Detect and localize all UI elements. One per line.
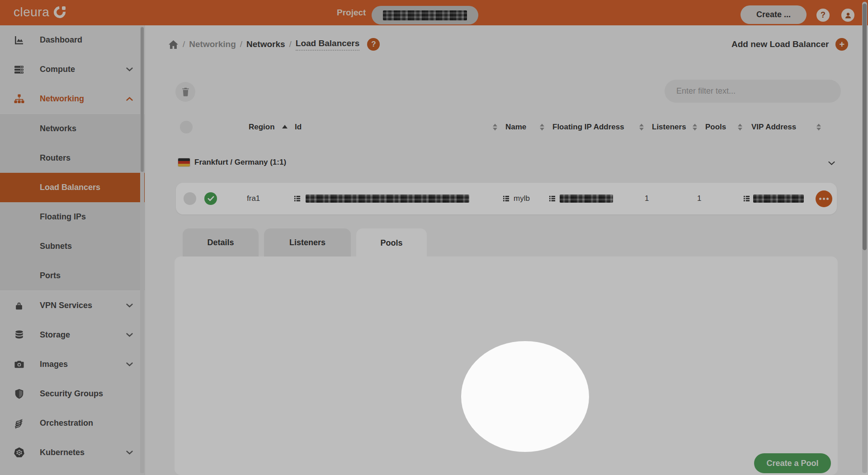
- chevron-down-icon: [126, 451, 133, 455]
- col-header-floating-ip[interactable]: Floating IP Address: [552, 123, 624, 132]
- chevron-down-icon: [126, 333, 133, 337]
- page-help-icon[interactable]: ?: [367, 38, 380, 51]
- networking-submenu: Networks Routers Load Balancers Floating…: [0, 114, 145, 291]
- copy-list-icon[interactable]: [743, 195, 750, 202]
- col-header-id[interactable]: Id: [295, 123, 302, 132]
- cleura-logo-icon: [54, 6, 66, 18]
- sidebar-item-subnets[interactable]: Subnets: [0, 232, 145, 261]
- row-checkbox[interactable]: [184, 192, 196, 205]
- tab-details[interactable]: Details: [183, 228, 259, 256]
- sidebar-nav: Dashboard Compute Networking Networks: [0, 25, 145, 475]
- create-button[interactable]: Create ...: [741, 5, 807, 24]
- sidebar-item-compute[interactable]: Compute: [0, 55, 145, 84]
- lb-region-value: fra1: [247, 194, 260, 203]
- lock-icon: [12, 301, 26, 311]
- chevron-down-icon: [126, 362, 133, 366]
- plus-icon: +: [835, 38, 848, 51]
- sidebar-item-load-balancers[interactable]: Load Balancers: [0, 173, 145, 202]
- row-actions-menu-button[interactable]: [816, 190, 832, 207]
- sort-icons[interactable]: [540, 124, 544, 131]
- col-header-region[interactable]: Region: [249, 123, 275, 132]
- dashboard-chart-icon: [12, 35, 26, 46]
- chevron-up-icon: [126, 97, 133, 101]
- sidebar-item-ports[interactable]: Ports: [0, 261, 145, 290]
- redacted-project-name: [383, 10, 467, 20]
- help-icon[interactable]: ?: [816, 9, 830, 22]
- breadcrumb-group[interactable]: Networks: [246, 39, 285, 49]
- chevron-down-icon: [126, 304, 133, 308]
- sidebar-item-security-groups[interactable]: Security Groups: [0, 379, 145, 408]
- sidebar-item-kubernetes[interactable]: Kubernetes: [0, 438, 145, 467]
- create-pool-button[interactable]: Create a Pool: [754, 453, 831, 473]
- sidebar-item-orchestration[interactable]: Orchestration: [0, 408, 145, 438]
- brand-name: cleura: [14, 5, 49, 19]
- trash-icon: [181, 87, 190, 96]
- add-load-balancer-button[interactable]: Add new Load Balancer +: [731, 38, 848, 51]
- sidebar-scrollbar[interactable]: [140, 26, 144, 473]
- app-root: cleura Project Create ... ? Dashboard: [0, 0, 868, 475]
- breadcrumb-section[interactable]: Networking: [189, 39, 236, 49]
- sidebar-item-images[interactable]: Images: [0, 350, 145, 379]
- layers-waves-icon: [12, 418, 26, 429]
- sort-icons[interactable]: [693, 124, 697, 131]
- person-icon: [844, 11, 852, 19]
- sidebar-item-networks[interactable]: Networks: [0, 114, 145, 143]
- user-account-icon[interactable]: [841, 9, 854, 22]
- pools-panel: [175, 256, 838, 475]
- copy-list-icon[interactable]: [503, 195, 509, 202]
- col-header-name[interactable]: Name: [505, 123, 526, 132]
- home-icon[interactable]: [168, 40, 179, 49]
- sidebar-item-storage[interactable]: Storage: [0, 320, 145, 350]
- database-icon: [12, 330, 26, 340]
- sidebar-item-floating-ips[interactable]: Floating IPs: [0, 202, 145, 232]
- lb-name-value: mylb: [514, 194, 530, 203]
- top-bar: cleura Project Create ... ?: [0, 0, 868, 25]
- lb-pools-count: 1: [697, 194, 701, 203]
- filter-input[interactable]: [665, 80, 841, 103]
- sort-icons[interactable]: [493, 124, 497, 131]
- sidebar-item-routers[interactable]: Routers: [0, 143, 145, 173]
- breadcrumb-current[interactable]: Load Balancers: [296, 38, 360, 51]
- col-header-vip[interactable]: VIP Address: [751, 123, 796, 132]
- germany-flag-icon: [178, 158, 190, 166]
- col-header-listeners[interactable]: Listeners: [652, 123, 686, 132]
- project-selector[interactable]: [372, 6, 478, 24]
- breadcrumb: / Networking / Networks / Load Balancers…: [168, 38, 380, 51]
- redacted-vip-address: [753, 195, 804, 203]
- network-sitemap-icon: [12, 93, 26, 104]
- col-header-pools[interactable]: Pools: [705, 123, 726, 132]
- bulk-delete-button[interactable]: [175, 82, 195, 102]
- shield-icon: [12, 389, 26, 399]
- sidebar-item-dashboard[interactable]: Dashboard: [0, 25, 145, 55]
- chevron-down-icon: [126, 67, 133, 71]
- servers-icon: [12, 64, 26, 75]
- region-group-label: Frankfurt / Germany (1:1): [194, 158, 286, 167]
- sidebar-item-vpn-services[interactable]: VPN Services: [0, 291, 145, 320]
- kubernetes-icon: [12, 447, 26, 458]
- cleura-logo[interactable]: cleura: [14, 5, 66, 19]
- sort-icons[interactable]: [816, 124, 821, 131]
- redacted-lb-id: [306, 195, 469, 203]
- copy-list-icon[interactable]: [294, 195, 301, 202]
- redacted-floating-ip: [560, 195, 613, 203]
- sort-icons[interactable]: [738, 124, 742, 131]
- collapse-group-chevron-icon[interactable]: [828, 159, 835, 167]
- sort-icons[interactable]: [639, 124, 644, 131]
- sort-asc-icon: [282, 125, 288, 128]
- copy-list-icon[interactable]: [549, 195, 556, 202]
- select-all-checkbox[interactable]: [180, 121, 193, 133]
- camera-icon: [12, 359, 26, 370]
- sidebar-item-networking[interactable]: Networking: [0, 84, 145, 114]
- lb-listeners-count: 1: [645, 194, 649, 203]
- project-label: Project: [337, 0, 366, 25]
- tab-pools[interactable]: Pools: [356, 228, 427, 257]
- tab-listeners[interactable]: Listeners: [264, 228, 351, 256]
- status-ok-icon: [204, 192, 217, 205]
- page-scrollbar[interactable]: [862, 2, 867, 473]
